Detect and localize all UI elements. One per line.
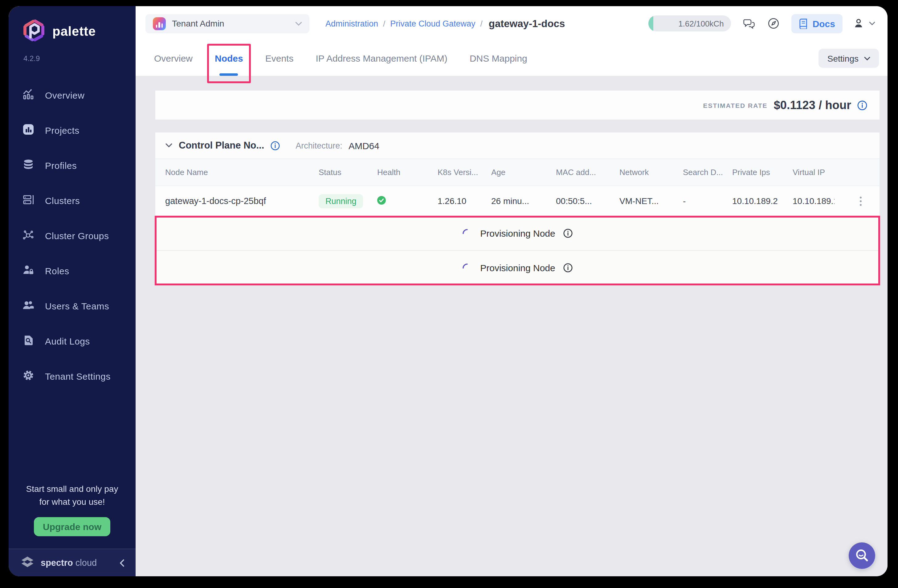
- sidebar-item-tenant-settings[interactable]: Tenant Settings: [9, 359, 135, 394]
- upgrade-now-button[interactable]: Upgrade now: [34, 517, 110, 536]
- sidebar-item-label: Projects: [45, 125, 80, 135]
- spectro-cloud-wordmark: spectro cloud: [41, 558, 97, 568]
- usage-value: 1.62/100kCh: [678, 19, 724, 28]
- info-icon[interactable]: [857, 100, 867, 110]
- sidebar-item-roles[interactable]: Roles: [9, 253, 135, 288]
- screenshot-stage: palette 4.2.9 Overview: [0, 0, 898, 588]
- compass-icon[interactable]: [768, 17, 780, 29]
- col-virtual-ip[interactable]: Virtual IP: [785, 168, 835, 177]
- users-teams-icon: [22, 299, 34, 313]
- col-network[interactable]: Network: [612, 168, 675, 177]
- tab-bar: Overview Nodes Events IP Address Managem…: [135, 41, 887, 76]
- sidebar-item-label: Overview: [45, 90, 85, 100]
- app-window: palette 4.2.9 Overview: [9, 6, 887, 576]
- tenant-admin-icon: [153, 17, 166, 30]
- breadcrumb-separator: /: [378, 19, 390, 28]
- scope-label: Tenant Admin: [172, 18, 289, 28]
- docs-label: Docs: [813, 18, 835, 29]
- col-k8s-version[interactable]: K8s Versi...: [430, 168, 484, 177]
- col-health[interactable]: Health: [370, 168, 430, 177]
- topbar: Tenant Admin Administration / Private Cl…: [135, 6, 887, 41]
- info-icon[interactable]: [563, 263, 573, 272]
- tab-overview[interactable]: Overview: [154, 41, 192, 76]
- row-actions-kebab-icon[interactable]: [835, 196, 880, 206]
- sidebar-item-label: Audit Logs: [45, 336, 90, 346]
- chevron-down-icon: [864, 56, 870, 60]
- page-title: gateway-1-docs: [489, 18, 565, 29]
- cell-status: Running: [311, 194, 370, 208]
- col-age[interactable]: Age: [484, 168, 549, 177]
- breadcrumb-private-cloud-gateway[interactable]: Private Cloud Gateway: [390, 19, 475, 28]
- col-private-ips[interactable]: Private Ips: [725, 168, 785, 177]
- cell-virtual-ip: 10.10.189.1: [785, 196, 835, 206]
- cell-age: 26 minu...: [484, 196, 549, 206]
- sidebar-item-overview[interactable]: Overview: [9, 78, 135, 113]
- sidebar-item-audit-logs[interactable]: Audit Logs: [9, 323, 135, 359]
- main-area: Tenant Admin Administration / Private Cl…: [135, 6, 887, 576]
- col-status[interactable]: Status: [311, 168, 370, 177]
- sidebar-item-label: Cluster Groups: [45, 231, 109, 241]
- breadcrumb-separator: /: [475, 19, 487, 28]
- col-search-domain[interactable]: Search D...: [675, 168, 725, 177]
- spinner-icon: [462, 228, 472, 238]
- sidebar-item-profiles[interactable]: Profiles: [9, 148, 135, 183]
- search-fab-button[interactable]: [849, 542, 875, 569]
- chevron-down-icon: [869, 22, 875, 25]
- app-version: 4.2.9: [9, 45, 135, 63]
- tab-dns-mapping[interactable]: DNS Mapping: [470, 41, 527, 76]
- brand-logo-row: palette: [9, 6, 135, 45]
- health-check-icon: [377, 196, 386, 204]
- col-node-name[interactable]: Node Name: [155, 168, 311, 177]
- upsell-message: Start small and only pay for what you us…: [16, 483, 128, 508]
- search-smile-icon: [854, 548, 870, 563]
- table-header-row: Node Name Status Health K8s Versi... Age…: [155, 159, 880, 186]
- status-badge: Running: [319, 194, 363, 208]
- upsell-line1: Start small and only pay: [26, 484, 118, 494]
- spectro-text: spectro: [41, 558, 73, 568]
- col-mac-address[interactable]: MAC add...: [549, 168, 612, 177]
- brand-name: palette: [52, 24, 96, 39]
- sidebar-item-clusters[interactable]: Clusters: [9, 183, 135, 218]
- project-scope-selector[interactable]: Tenant Admin: [146, 14, 309, 33]
- profiles-stack-icon: [22, 158, 34, 173]
- provisioning-label: Provisioning Node: [480, 228, 555, 239]
- cell-mac-address: 00:50:5...: [549, 196, 612, 206]
- user-icon: [853, 18, 864, 29]
- user-menu[interactable]: [853, 18, 875, 29]
- upsell-box: Start small and only pay for what you us…: [9, 467, 135, 548]
- chat-icon[interactable]: [743, 18, 756, 29]
- spinner-icon: [462, 263, 472, 273]
- usage-meter-pill[interactable]: 1.62/100kCh: [649, 15, 731, 31]
- sidebar-item-label: Users & Teams: [45, 301, 109, 311]
- sidebar-item-users-teams[interactable]: Users & Teams: [9, 288, 135, 323]
- tab-nodes[interactable]: Nodes: [215, 41, 243, 76]
- section-title: Control Plane No...: [179, 140, 264, 151]
- projects-icon: [22, 123, 34, 138]
- info-icon[interactable]: [270, 141, 280, 150]
- provisioning-rows-annotated: Provisioning Node Provisioning Node: [155, 216, 880, 285]
- sidebar-item-label: Roles: [45, 266, 69, 276]
- gear-icon: [22, 369, 34, 384]
- breadcrumb-administration[interactable]: Administration: [325, 19, 378, 28]
- tab-ipam[interactable]: IP Address Management (IPAM): [315, 41, 447, 76]
- roles-person-lock-icon: [22, 263, 34, 278]
- breadcrumb: Administration / Private Cloud Gateway /…: [325, 18, 565, 29]
- provisioning-label: Provisioning Node: [480, 263, 555, 273]
- sidebar-item-label: Profiles: [45, 160, 77, 171]
- chevron-down-icon[interactable]: [165, 143, 172, 148]
- tab-events[interactable]: Events: [265, 41, 294, 76]
- cell-k8s-version: 1.26.10: [430, 196, 484, 206]
- info-icon[interactable]: [563, 229, 573, 238]
- sidebar-item-cluster-groups[interactable]: Cluster Groups: [9, 218, 135, 253]
- sidebar-nav: Overview Projects: [9, 78, 135, 394]
- sidebar-item-projects[interactable]: Projects: [9, 113, 135, 148]
- docs-button[interactable]: Docs: [792, 14, 843, 33]
- estimated-rate-value: $0.1123 / hour: [774, 98, 851, 112]
- chevron-down-icon: [295, 21, 302, 26]
- sidebar-collapse-button[interactable]: [120, 559, 125, 567]
- sidebar-footer: spectro cloud: [9, 548, 135, 576]
- settings-button[interactable]: Settings: [819, 49, 879, 68]
- page-content: ESTIMATED RATE $0.1123 / hour Control Pl…: [135, 76, 887, 576]
- cell-network: VM-NET...: [612, 196, 675, 206]
- section-header: Control Plane No... Architecture: AMD64: [155, 132, 880, 159]
